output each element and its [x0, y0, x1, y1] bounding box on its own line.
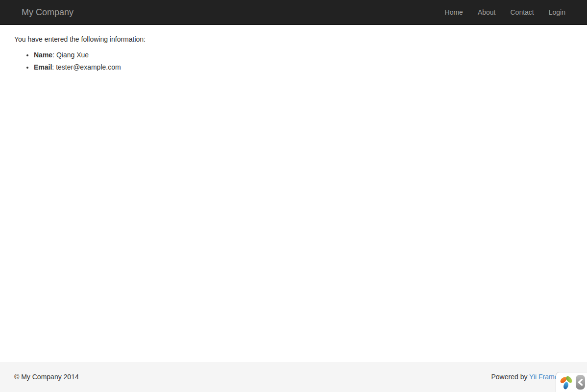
- nav-item-home[interactable]: Home: [438, 0, 470, 24]
- entries-list: Name: Qiang Xue Email: tester@example.co…: [14, 50, 573, 73]
- copyright-text: © My Company 2014: [14, 372, 79, 382]
- powered-by-text: Powered by: [491, 373, 529, 381]
- footer-container: © My Company 2014 Powered by Yii Framewo…: [7, 363, 580, 382]
- entry-name: Name: Qiang Xue: [34, 50, 573, 60]
- entry-name-value: Qiang Xue: [56, 51, 89, 59]
- page: My Company Home About Contact Login You …: [0, 0, 587, 392]
- yii-logo-icon: [559, 375, 574, 390]
- intro-text: You have entered the following informati…: [14, 35, 573, 45]
- nav-item-contact[interactable]: Contact: [503, 0, 541, 24]
- brand-link[interactable]: My Company: [14, 0, 81, 24]
- nav-item-login[interactable]: Login: [541, 0, 573, 24]
- navbar-container: My Company Home About Contact Login: [7, 0, 580, 24]
- entry-email-value: tester@example.com: [56, 63, 121, 71]
- entry-email-label: Email: [34, 63, 52, 71]
- navbar: My Company Home About Contact Login: [0, 0, 587, 25]
- chevron-left-icon: [577, 378, 584, 386]
- content-container: You have entered the following informati…: [7, 25, 580, 73]
- debug-toolbar-collapsed: [556, 372, 587, 392]
- entry-name-separator: :: [52, 51, 56, 59]
- main-content: You have entered the following informati…: [0, 25, 587, 363]
- nav-item-about[interactable]: About: [470, 0, 503, 24]
- entry-name-label: Name: [34, 51, 52, 59]
- entry-email: Email: tester@example.com: [34, 63, 573, 73]
- entry-email-separator: :: [52, 63, 56, 71]
- debug-toolbar-expand-button[interactable]: [576, 375, 585, 390]
- navbar-menu: Home About Contact Login: [438, 0, 573, 24]
- footer: © My Company 2014 Powered by Yii Framewo…: [0, 363, 587, 392]
